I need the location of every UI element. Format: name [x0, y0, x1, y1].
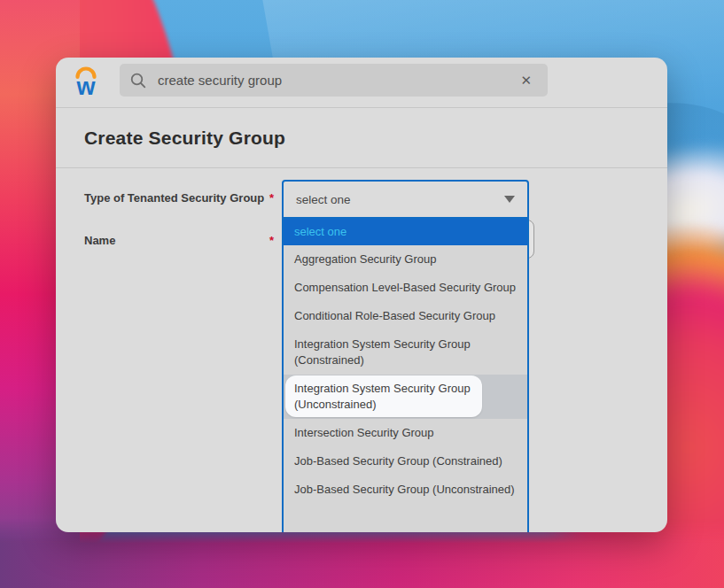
search-clear-button[interactable]: ✕: [515, 74, 537, 87]
name-field-label: Name: [84, 233, 115, 249]
app-header: w ✕: [56, 58, 667, 108]
search-icon: [130, 73, 146, 89]
type-select-listbox: select one Aggregation Security Group Co…: [282, 219, 529, 532]
title-bar: Create Security Group: [56, 108, 667, 168]
type-field-label: Type of Tenanted Security Group: [84, 190, 264, 206]
dropdown-option-compensation-level-based[interactable]: Compensation Level-Based Security Group: [284, 274, 527, 302]
page-title: Create Security Group: [84, 128, 285, 149]
dropdown-option-job-based-unconstrained[interactable]: Job-Based Security Group (Unconstrained): [284, 476, 527, 504]
dropdown-option-job-based-constrained[interactable]: Job-Based Security Group (Constrained): [284, 447, 527, 476]
field-label-type: Type of Tenanted Security Group *: [84, 190, 274, 206]
workday-logo[interactable]: w: [74, 66, 98, 99]
required-asterisk: *: [269, 190, 274, 206]
type-select[interactable]: select one: [282, 180, 529, 219]
dropdown-arrow-icon: [504, 196, 515, 203]
field-label-name: Name *: [84, 233, 274, 249]
dropdown-option-aggregation[interactable]: Aggregation Security Group: [284, 245, 527, 274]
logo-letter: w: [75, 74, 96, 99]
required-asterisk: *: [269, 233, 274, 249]
search-input[interactable]: [156, 72, 505, 89]
desktop-wallpaper: w ✕ Create Security Group Type of Tenant…: [0, 0, 724, 588]
type-select-value: select one: [296, 193, 351, 206]
search-bar[interactable]: ✕: [120, 64, 548, 97]
dropdown-option-select-one[interactable]: select one: [284, 219, 527, 245]
dropdown-option-integration-system-constrained[interactable]: Integration System Security Group (Const…: [284, 330, 527, 375]
dropdown-option-integration-system-unconstrained[interactable]: Integration System Security Group (Uncon…: [284, 375, 527, 419]
workday-window: w ✕ Create Security Group Type of Tenant…: [56, 58, 667, 532]
dropdown-option-intersection[interactable]: Intersection Security Group: [284, 419, 527, 447]
option-label: Integration System Security Group (Uncon…: [284, 375, 527, 419]
dropdown-option-conditional-role-based[interactable]: Conditional Role-Based Security Group: [284, 302, 527, 330]
